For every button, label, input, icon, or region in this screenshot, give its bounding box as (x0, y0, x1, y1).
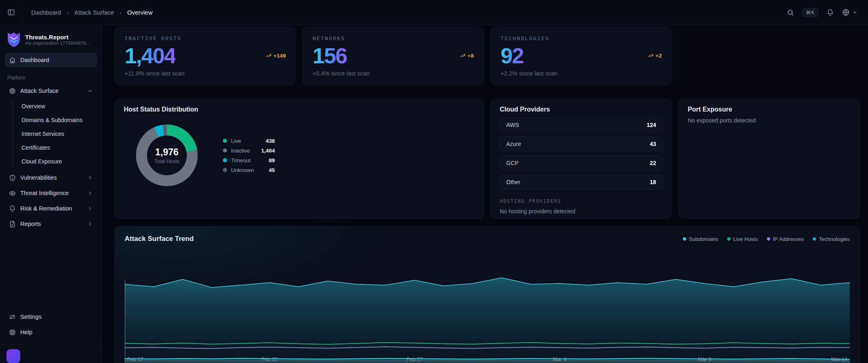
stat-value: 92 (501, 45, 523, 67)
sidebar-item-internet-services[interactable]: Internet Services (13, 127, 102, 141)
top-bar: Dashboard › Attack Surface › Overview ⌘K (0, 0, 868, 25)
sidebar-item-threat-intelligence[interactable]: Threat Intelligence (5, 186, 97, 200)
legend-label: Subdomains (689, 236, 718, 242)
panel-left-icon (7, 9, 15, 16)
empty-grid-cell (678, 27, 860, 85)
stat-value: 156 (313, 45, 347, 67)
breadcrumb-overview: Overview (127, 9, 153, 16)
sidebar-item-risk-remediation[interactable]: Risk & Remediation (5, 201, 97, 216)
sidebar-item-label: Settings (20, 314, 41, 320)
port-exposure-empty: No exposed ports detected (688, 117, 851, 124)
sidebar-item-overview[interactable]: Overview (13, 99, 102, 113)
provider-name: AWS (506, 122, 519, 128)
trend-legend-ip-addresses: IP Addresses (767, 236, 804, 242)
stat-card-inactive-hosts: INACTIVE HOSTS 1,404 +149 +11.9% since l… (114, 27, 296, 85)
sidebar-item-reports[interactable]: Reports (5, 217, 97, 231)
sidebar-item-help[interactable]: Help (5, 325, 97, 339)
sidebar-item-certificates[interactable]: Certificates (13, 141, 102, 155)
user-avatar[interactable] (6, 349, 20, 363)
eye-icon (9, 190, 16, 197)
sidebar-item-dashboard[interactable]: Dashboard (5, 53, 97, 67)
sidebar-item-label: Vulnerabilities (20, 174, 57, 181)
port-exposure-card: Port Exposure No exposed ports detected (678, 99, 860, 219)
donut-total-label: Total Hosts (154, 159, 179, 164)
provider-row-gcp: GCP 22 (500, 156, 663, 170)
trend-title: Attack Surface Trend (125, 235, 194, 243)
sidebar: Threats.Report my-organization-177350487… (0, 25, 102, 363)
search-icon[interactable] (787, 9, 794, 16)
stat-trend-value: +8 (468, 53, 474, 59)
provider-row-azure: Azure 43 (500, 137, 663, 151)
trending-up-icon (266, 53, 272, 59)
bell-icon (9, 205, 16, 212)
provider-value: 18 (650, 179, 656, 185)
breadcrumb: Dashboard › Attack Surface › Overview (31, 9, 153, 16)
hosting-providers-empty: No hosting providers detected (500, 208, 663, 215)
legend-dot (767, 237, 770, 241)
x-tick: Feb 27 (406, 356, 423, 362)
trend-legend-live-hosts: Live Hosts (727, 236, 758, 242)
attack-surface-trend-card: Attack Surface Trend Subdomains Live Hos… (114, 226, 860, 363)
stat-label: INACTIVE HOSTS (125, 35, 286, 41)
provider-name: Other (506, 179, 520, 185)
donut-total: 1,976 (155, 147, 179, 158)
legend-label: Inactive (231, 148, 258, 154)
sidebar-divider (0, 344, 102, 344)
trend-legend-subdomains: Subdomains (683, 236, 718, 242)
provider-name: GCP (506, 160, 518, 166)
stat-subtext: +11.9% since last scan (125, 70, 286, 77)
sidebar-item-domains-subdomains[interactable]: Domains & Subdomains (13, 113, 102, 127)
legend-label: Live Hosts (733, 236, 758, 242)
trend-legend: Subdomains Live Hosts IP Addresses (683, 236, 850, 242)
stat-label: TECHNOLOGIES (501, 35, 662, 41)
sidebar-item-settings[interactable]: Settings (5, 309, 97, 324)
provider-row-aws: AWS 124 (500, 118, 663, 132)
x-tick: Mar 9 (698, 356, 711, 362)
card-title: Cloud Providers (500, 106, 663, 113)
globe-icon (842, 9, 850, 16)
host-status-donut-chart: 1,976 Total Hosts (136, 125, 198, 186)
stat-label: NETWORKS (313, 35, 474, 41)
stat-subtext: +5.4% since last scan (313, 70, 474, 77)
legend-label: Unknown (231, 167, 258, 173)
language-menu[interactable] (842, 9, 857, 16)
stat-subtext: +2.2% since last scan (501, 70, 662, 77)
trend-legend-technologies: Technologies (813, 236, 850, 242)
stat-trend-badge: +149 (266, 53, 286, 59)
sidebar-item-vulnerabilities[interactable]: Vulnerabilities (5, 170, 97, 185)
org-name: my-organization-1773504876... (25, 41, 90, 45)
sidebar-item-label: Threat Intelligence (20, 190, 69, 196)
x-tick: Mar 4 (553, 356, 566, 362)
legend-row-inactive: Inactive 1,404 (223, 148, 275, 154)
legend-row-live: Live 438 (223, 138, 275, 144)
sidebar-toggle-button[interactable] (0, 0, 22, 25)
provider-value: 124 (647, 122, 656, 128)
legend-label: Timeout (231, 157, 258, 163)
x-tick: Mar 14 (831, 356, 847, 362)
sidebar-item-label: Help (20, 329, 32, 335)
card-title: Port Exposure (688, 106, 851, 113)
trend-area-chart: Feb 17 Feb 22 Feb 27 Mar 4 Mar 9 Mar 14 (125, 255, 850, 363)
stat-trend-value: +2 (656, 53, 662, 59)
bell-icon[interactable] (827, 9, 834, 16)
org-switcher[interactable]: Threats.Report my-organization-177350487… (0, 25, 102, 52)
sidebar-item-label: Dashboard (20, 57, 49, 63)
chevron-down-icon (852, 10, 857, 15)
legend-dot (223, 158, 227, 162)
stats-row: INACTIVE HOSTS 1,404 +149 +11.9% since l… (114, 27, 860, 85)
trending-up-icon (648, 53, 654, 59)
legend-dot (683, 237, 686, 241)
breadcrumb-attack-surface[interactable]: Attack Surface (74, 9, 114, 16)
legend-value: 45 (258, 167, 275, 173)
breadcrumb-dashboard[interactable]: Dashboard (31, 9, 61, 16)
legend-dot (813, 237, 816, 241)
sidebar-item-attack-surface[interactable]: Attack Surface (5, 84, 97, 98)
legend-value: 89 (258, 157, 275, 163)
sidebar-item-cloud-exposure[interactable]: Cloud Exposure (13, 155, 102, 168)
stat-trend-value: +149 (274, 53, 286, 59)
search-shortcut-badge[interactable]: ⌘K (802, 8, 818, 17)
legend-label: IP Addresses (773, 236, 804, 242)
legend-label: Technologies (819, 236, 850, 242)
sidebar-item-label: Attack Surface (20, 88, 58, 94)
overview-row: Host Status Distribution 1,976 Total Hos… (114, 99, 860, 219)
